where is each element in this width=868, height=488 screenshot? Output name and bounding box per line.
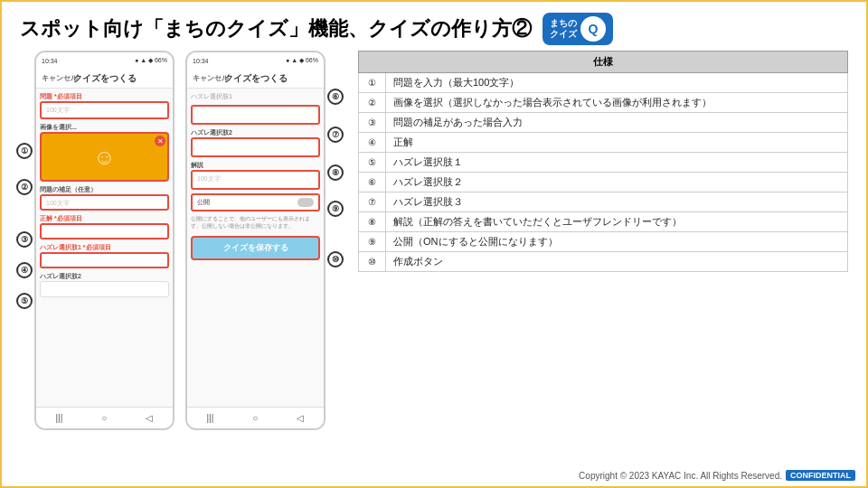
phone2-header: キャンセル クイズをつくる (187, 69, 324, 89)
logo-badge: まちの クイズ Q (542, 13, 613, 45)
specs-text: 作成ボタン (386, 252, 848, 272)
specs-row: ③問題の補足があった場合入力 (359, 113, 848, 133)
phone2-cancel[interactable]: キャンセル (193, 73, 229, 83)
phone1-field1: 問題 *必須項目 100文字 (40, 92, 169, 119)
close-icon[interactable]: ✕ (155, 136, 165, 146)
toggle-label: 公開 (197, 198, 210, 207)
num-3: ③ (16, 231, 33, 248)
save-quiz-button[interactable]: クイズを保存する (191, 236, 320, 260)
phone2-nav: ||| ○ ◁ (187, 407, 324, 428)
nav-back-icon[interactable]: ◁ (146, 413, 153, 423)
nav2-menu-icon[interactable]: ||| (207, 413, 214, 423)
main-content: ① ② ③ ④ ⑤ 10:34 ● ▲ ◆ 66% キャンセル クイズをつくる (2, 51, 866, 481)
specs-text: 問題の補足があった場合入力 (386, 113, 848, 133)
num-10: ⑩ (327, 251, 344, 267)
specs-text: ハズレ選択肢３ (386, 192, 848, 212)
specs-area: 仕様 ①問題を入力（最大100文字）②画像を選択（選択しなかった場合表示されてい… (354, 51, 852, 481)
toggle-switch[interactable] (297, 198, 314, 207)
num-4: ④ (16, 262, 33, 278)
specs-text: ハズレ選択肢１ (386, 153, 848, 173)
nav2-back-icon[interactable]: ◁ (297, 413, 304, 423)
phone1-field4: 正解 *必須項目 (40, 214, 169, 239)
phone2-field8: 解説 100文字 (191, 161, 320, 190)
specs-header: 仕様 (359, 52, 848, 73)
phone2-field9: 公開 (191, 193, 320, 211)
num-9: ⑨ (327, 201, 344, 217)
specs-text: 問題を入力（最大100文字） (386, 73, 848, 93)
specs-num: ⑥ (359, 173, 386, 192)
specs-row: ⑧解説（正解の答えを書いていただくとユーザフレンドリーです） (359, 212, 848, 232)
phone1-status: 10:34 ● ▲ ◆ 66% (36, 52, 173, 69)
specs-row: ⑦ハズレ選択肢３ (359, 192, 848, 212)
specs-table: 仕様 ①問題を入力（最大100文字）②画像を選択（選択しなかった場合表示されてい… (358, 51, 848, 272)
phone1-image-area: 画像を選択... ☺ ✕ (40, 123, 169, 182)
num-8: ⑧ (327, 164, 344, 181)
page-title: スポット向け「まちのクイズ」機能、クイズの作り方② まちの クイズ Q (2, 2, 866, 51)
phone1-mockup: 10:34 ● ▲ ◆ 66% キャンセル クイズをつくる 問題 *必須項目 1… (34, 51, 175, 430)
phone1-title: クイズをつくる (73, 72, 137, 85)
q-icon: ☺ (93, 145, 116, 170)
specs-num: ⑩ (359, 252, 386, 272)
phone2-hint: ハズレ選択肢1 (191, 92, 320, 101)
specs-num: ⑧ (359, 212, 386, 232)
specs-row: ⑩作成ボタン (359, 252, 848, 272)
title-text: スポット向け「まちのクイズ」機能、クイズの作り方② (20, 15, 532, 42)
left-number-labels: ① ② ③ ④ ⑤ (16, 51, 33, 311)
specs-row: ⑥ハズレ選択肢２ (359, 173, 848, 192)
nav2-home-icon[interactable]: ○ (252, 413, 258, 423)
specs-row: ②画像を選択（選択しなかった場合表示されている画像が利用されます） (359, 93, 848, 113)
specs-text: ハズレ選択肢２ (386, 173, 848, 192)
specs-num: ① (359, 73, 386, 93)
phone2-status: 10:34 ● ▲ ◆ 66% (187, 52, 324, 69)
phone1-field3: 問題の補足（任意） 100文字 (40, 185, 169, 211)
num-1: ① (16, 143, 33, 159)
specs-num: ② (359, 93, 386, 113)
phone1-section: ① ② ③ ④ ⑤ 10:34 ● ▲ ◆ 66% キャンセル クイズをつくる (16, 51, 175, 481)
specs-row: ①問題を入力（最大100文字） (359, 73, 848, 93)
specs-text: 正解 (386, 133, 848, 153)
footer: Copyright © 2023 KAYAC Inc. All Rights R… (579, 470, 855, 481)
phone1-header: キャンセル クイズをつくる (36, 69, 173, 89)
copyright-text: Copyright © 2023 KAYAC Inc. All Rights R… (579, 471, 782, 481)
specs-row: ④正解 (359, 133, 848, 153)
num-6: ⑥ (327, 89, 344, 105)
specs-num: ⑤ (359, 153, 386, 173)
num-2: ② (16, 179, 33, 195)
num-5: ⑤ (16, 293, 33, 309)
phone2-mockup: 10:34 ● ▲ ◆ 66% キャンセル クイズをつくる ハズレ選択肢1 ハズ… (185, 51, 326, 430)
specs-num: ⑦ (359, 192, 386, 212)
specs-text: 画像を選択（選択しなかった場合表示されている画像が利用されます） (386, 93, 848, 113)
phone2-title: クイズをつくる (224, 72, 288, 85)
phone2-field6 (191, 105, 320, 125)
specs-num: ④ (359, 133, 386, 153)
phone1-field6: ハズレ選択肢2 (40, 272, 169, 297)
phone1-cancel[interactable]: キャンセル (42, 73, 78, 83)
specs-num: ⑨ (359, 232, 386, 252)
confidential-badge: CONFIDENTIAL (786, 470, 855, 481)
num-7: ⑦ (327, 127, 344, 143)
specs-num: ③ (359, 113, 386, 133)
image-select[interactable]: ☺ ✕ (40, 132, 169, 182)
right-number-labels: ⑥ ⑦ ⑧ ⑨ ⑩ (327, 51, 344, 269)
specs-text: 公開（ONにすると公開になります） (386, 232, 848, 252)
phone2-desc: 公開にすることで、他のユーザーにも表示されます。公開しない場合は非公開になります… (191, 215, 320, 230)
quiz-icon: Q (580, 16, 606, 42)
phone2-body: ハズレ選択肢1 ハズレ選択肢2 解説 100文字 公 (187, 89, 324, 407)
specs-text: 解説（正解の答えを書いていただくとユーザフレンドリーです） (386, 212, 848, 232)
phone1-field5: ハズレ選択肢1 *必須項目 (40, 243, 169, 268)
phone2-section: 10:34 ● ▲ ◆ 66% キャンセル クイズをつくる ハズレ選択肢1 ハズ… (185, 51, 344, 481)
phone1-nav: ||| ○ ◁ (36, 407, 173, 428)
specs-row: ⑨公開（ONにすると公開になります） (359, 232, 848, 252)
nav-menu-icon[interactable]: ||| (56, 413, 63, 423)
phone2-field7: ハズレ選択肢2 (191, 128, 320, 157)
phone1-body: 問題 *必須項目 100文字 画像を選択... ☺ ✕ 問題の補足（任意） 10… (36, 89, 173, 407)
nav-home-icon[interactable]: ○ (101, 413, 107, 423)
logo-top: まちの クイズ (550, 18, 577, 40)
specs-row: ⑤ハズレ選択肢１ (359, 153, 848, 173)
